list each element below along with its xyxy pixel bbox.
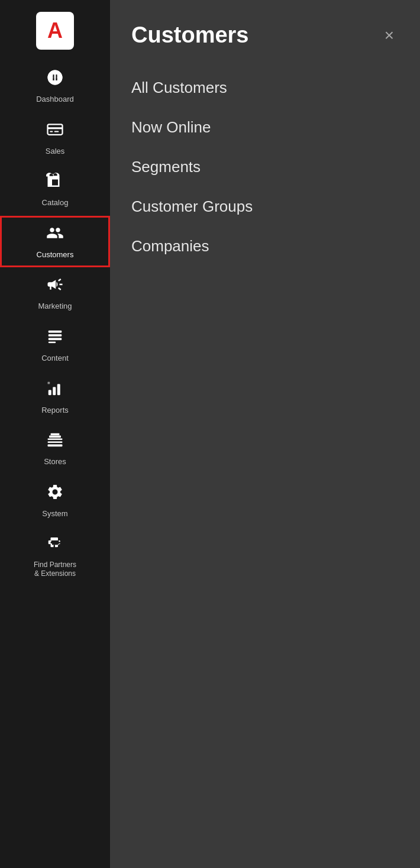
panel-header: Customers ×	[110, 0, 420, 62]
logo-letter: A	[47, 20, 63, 41]
sidebar-item-label-stores: Stores	[44, 457, 66, 467]
svg-rect-4	[54, 131, 59, 132]
svg-rect-8	[49, 342, 56, 344]
sidebar-item-sales[interactable]: Sales	[0, 112, 110, 164]
svg-rect-16	[51, 433, 60, 435]
menu-item-segments[interactable]: Segments	[131, 147, 420, 187]
svg-rect-7	[49, 338, 62, 340]
svg-rect-1	[48, 124, 63, 135]
svg-rect-14	[48, 442, 63, 443]
menu-item-companies[interactable]: Companies	[131, 226, 420, 266]
svg-rect-10	[53, 387, 56, 395]
sidebar-item-label-find-partners: Find Partners& Extensions	[34, 561, 76, 578]
svg-rect-17	[48, 445, 63, 447]
svg-rect-3	[50, 131, 53, 132]
customers-panel: Customers × All CustomersNow OnlineSegme…	[110, 0, 420, 868]
logo-box: A	[36, 12, 74, 50]
sidebar-item-label-sales: Sales	[46, 147, 65, 156]
sidebar-item-dashboard[interactable]: Dashboard	[0, 60, 110, 112]
reports-icon	[46, 380, 64, 403]
customers-menu-list: All CustomersNow OnlineSegmentsCustomer …	[110, 62, 420, 266]
catalog-icon	[46, 172, 64, 195]
svg-rect-9	[49, 390, 51, 395]
stores-icon	[46, 431, 64, 454]
close-button[interactable]: ×	[380, 25, 399, 46]
sidebar-item-content[interactable]: Content	[0, 319, 110, 371]
extensions-icon	[46, 535, 64, 558]
sidebar-item-marketing[interactable]: Marketing	[0, 267, 110, 319]
sidebar-item-label-marketing: Marketing	[38, 302, 72, 311]
sidebar-item-label-reports: Reports	[41, 406, 69, 415]
svg-rect-15	[49, 436, 61, 438]
sidebar-item-label-content: Content	[41, 354, 69, 363]
sidebar-item-customers[interactable]: Customers	[0, 216, 110, 268]
svg-rect-11	[57, 384, 60, 395]
svg-rect-5	[49, 331, 62, 333]
svg-rect-12	[48, 381, 50, 384]
sales-icon	[46, 121, 64, 144]
sidebar: A Dashboard Sales	[0, 0, 110, 868]
sidebar-item-reports[interactable]: Reports	[0, 371, 110, 423]
logo-container: A	[0, 0, 110, 60]
menu-item-customer-groups[interactable]: Customer Groups	[131, 187, 420, 226]
marketing-icon	[46, 276, 64, 299]
sidebar-item-system[interactable]: System	[0, 475, 110, 527]
content-icon	[46, 328, 64, 351]
svg-rect-6	[49, 334, 62, 336]
sidebar-item-label-catalog: Catalog	[42, 198, 69, 208]
dashboard-icon	[46, 69, 64, 92]
customers-icon	[46, 224, 64, 247]
menu-item-now-online[interactable]: Now Online	[131, 108, 420, 147]
menu-item-all-customers[interactable]: All Customers	[131, 68, 420, 108]
svg-rect-2	[48, 127, 63, 129]
sidebar-item-catalog[interactable]: Catalog	[0, 164, 110, 216]
sidebar-item-find-partners[interactable]: Find Partners& Extensions	[0, 526, 110, 586]
sidebar-item-label-customers: Customers	[37, 250, 74, 260]
system-icon	[46, 483, 64, 506]
panel-title: Customers	[131, 22, 249, 48]
svg-rect-13	[48, 439, 63, 441]
sidebar-item-label-system: System	[42, 509, 67, 519]
sidebar-item-stores[interactable]: Stores	[0, 423, 110, 475]
sidebar-item-label-dashboard: Dashboard	[36, 95, 74, 104]
